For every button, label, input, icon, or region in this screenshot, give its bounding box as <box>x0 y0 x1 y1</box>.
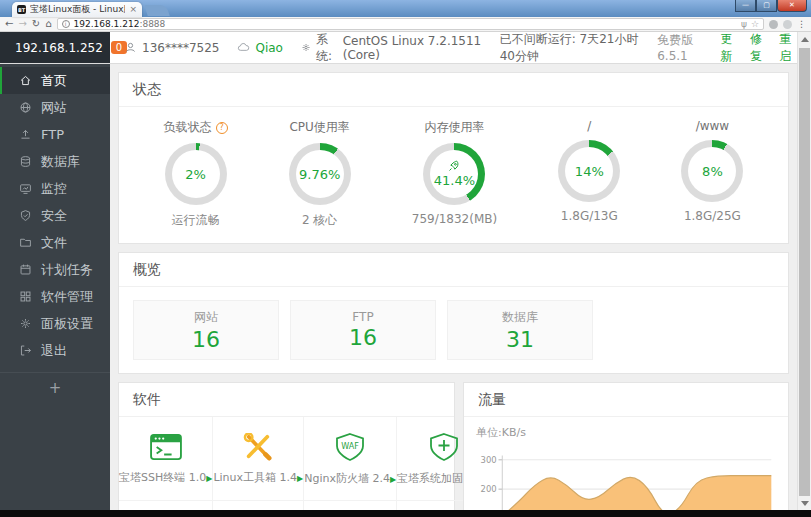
username: Qiao <box>255 41 282 55</box>
overview-panel: 概览 网站 16 FTP 16 数据库 31 <box>118 252 789 374</box>
rocket-icon <box>448 160 460 172</box>
software-item-empty <box>304 501 397 510</box>
sidebar-item-logout[interactable]: 退出 <box>0 337 110 364</box>
tab-close-icon[interactable]: × <box>129 5 137 14</box>
gauge-disk-www: /www 8% 1.8G/25G <box>681 119 743 229</box>
back-icon[interactable]: ← <box>5 19 13 29</box>
main-content: 状态 负载状态? 2% 运行流畅 CPU使用率 9.76% 2 核心 内存使用率 <box>110 64 797 510</box>
sidebar: 首页 网站 FTP 数据库 监控 安全 <box>0 64 110 510</box>
sidebar-item-home[interactable]: 首页 <box>0 67 110 94</box>
traffic-chart: 100200300 <box>476 442 776 510</box>
upload-icon <box>19 128 32 141</box>
panel-version: 免费版 6.5.1 <box>657 32 708 63</box>
svg-text:200: 200 <box>481 484 497 495</box>
bookmark-star-icon[interactable]: ☆ <box>751 20 759 29</box>
browser-titlebar: BT 宝塔Linux面板 - Linux版 × — ▢ ✕ <box>0 0 811 17</box>
gear-icon <box>19 317 32 330</box>
sidebar-item-settings[interactable]: 面板设置 <box>0 310 110 337</box>
traffic-title: 流量 <box>464 383 788 417</box>
account-phone: 136****7525 <box>142 41 219 55</box>
toolbox-icon <box>242 433 274 461</box>
overview-box-database[interactable]: 数据库 31 <box>447 300 593 360</box>
sidebar-item-website[interactable]: 网站 <box>0 94 110 121</box>
update-button[interactable]: 更新 <box>721 31 739 65</box>
gauge-cpu: CPU使用率 9.76% 2 核心 <box>289 119 351 229</box>
disk-www-ring: 8% <box>681 140 743 202</box>
repair-button[interactable]: 修复 <box>750 31 768 65</box>
tab-title: 宝塔Linux面板 - Linux版 <box>30 3 125 16</box>
globe-icon <box>19 101 32 114</box>
play-icon: ▶ <box>297 474 303 483</box>
browser-tab[interactable]: BT 宝塔Linux面板 - Linux版 × <box>12 2 142 17</box>
help-icon[interactable]: ? <box>216 122 228 134</box>
sidebar-item-cron[interactable]: 计划任务 <box>0 256 110 283</box>
software-item-linux-toolbox[interactable]: Linux工具箱 1.4▶ <box>213 417 304 501</box>
sidebar-item-files[interactable]: 文件 <box>0 229 110 256</box>
software-item-partial[interactable] <box>119 501 213 510</box>
play-icon: ▶ <box>206 474 212 483</box>
home-icon[interactable]: ⌂ <box>45 19 51 29</box>
browser-menu-icon[interactable]: ⋮ <box>797 19 806 29</box>
plugin-icon[interactable]: ψ <box>741 20 747 29</box>
window-maximize-button[interactable]: ▢ <box>756 0 777 12</box>
scroll-up-icon[interactable] <box>801 37 809 42</box>
scrollbar-thumb[interactable] <box>799 48 810 496</box>
disk-root-ring: 14% <box>558 140 620 202</box>
logout-icon <box>19 344 32 357</box>
status-panel: 状态 负载状态? 2% 运行流畅 CPU使用率 9.76% 2 核心 内存使用率 <box>118 72 789 244</box>
software-item-partial[interactable] <box>213 501 304 510</box>
server-selector[interactable]: 192.168.1.252 0 <box>0 32 110 63</box>
overview-box-website[interactable]: 网站 16 <box>133 300 279 360</box>
overview-box-ftp[interactable]: FTP 16 <box>290 300 436 360</box>
monitor-icon <box>19 182 32 195</box>
forward-icon[interactable]: → <box>18 19 26 29</box>
waf-shield-icon: WAF <box>334 432 366 462</box>
window-minimize-button[interactable]: — <box>735 0 756 12</box>
account-item[interactable]: 136****7525 <box>124 41 219 55</box>
server-ip: 192.168.1.252 <box>15 41 103 55</box>
home-icon <box>19 74 32 87</box>
new-tab-button[interactable] <box>144 5 170 16</box>
extension-icon[interactable] <box>783 20 792 29</box>
memory-ring: 41.4% <box>423 143 485 205</box>
reload-icon[interactable]: ↻ <box>32 19 40 29</box>
traffic-unit: 单位:KB/s <box>476 425 776 440</box>
user-item[interactable]: Qiao <box>237 41 282 55</box>
uptime: 已不间断运行: 7天21小时40分钟 <box>500 31 640 65</box>
shield-icon <box>19 209 32 222</box>
overview-title: 概览 <box>119 253 788 287</box>
svg-text:WAF: WAF <box>341 442 359 451</box>
scrollbar[interactable] <box>797 32 811 510</box>
url-text[interactable]: 192.168.1.212:8888 <box>74 19 737 29</box>
panel-topbar: 192.168.1.252 0 136****7525 Qiao 系统: Cen… <box>0 32 811 64</box>
system-value: CentOS Linux 7.2.1511 (Core) <box>343 34 482 62</box>
favicon: BT <box>17 5 26 14</box>
svg-text:300: 300 <box>481 455 497 466</box>
window-close-button[interactable]: ✕ <box>777 0 807 12</box>
sidebar-item-database[interactable]: 数据库 <box>0 148 110 175</box>
folder-icon <box>19 236 32 249</box>
system-label: 系统: <box>316 31 338 65</box>
software-item-nginx-waf[interactable]: WAF Nginx防火墙 2.4▶ <box>304 417 397 501</box>
terminal-icon <box>149 433 183 461</box>
scroll-down-icon[interactable] <box>801 501 809 506</box>
address-bar[interactable]: i 192.168.1.212:8888 ψ ☆ <box>57 18 764 30</box>
sidebar-add-button[interactable]: + <box>0 372 110 402</box>
system-item: 系统: CentOS Linux 7.2.1511 (Core) <box>301 31 482 65</box>
grid-icon <box>19 290 32 303</box>
shield-plus-icon <box>428 432 460 462</box>
software-panel: 软件 宝塔SSH终端 1.0▶ <box>118 382 455 510</box>
user-icon <box>124 41 137 54</box>
sidebar-item-monitor[interactable]: 监控 <box>0 175 110 202</box>
calendar-icon <box>19 263 32 276</box>
sidebar-item-ftp[interactable]: FTP <box>0 121 110 148</box>
traffic-panel: 流量 单位:KB/s 100200300 <box>463 382 789 510</box>
browser-window: BT 宝塔Linux面板 - Linux版 × — ▢ ✕ ← → ↻ ⌂ i … <box>0 0 811 517</box>
sidebar-item-security[interactable]: 安全 <box>0 202 110 229</box>
extension-icon[interactable] <box>769 20 778 29</box>
restart-button[interactable]: 重启 <box>780 31 798 65</box>
page-info-icon[interactable]: i <box>62 20 70 28</box>
gear-icon <box>301 41 311 54</box>
sidebar-item-software[interactable]: 软件管理 <box>0 283 110 310</box>
software-item-ssh-terminal[interactable]: 宝塔SSH终端 1.0▶ <box>119 417 213 501</box>
